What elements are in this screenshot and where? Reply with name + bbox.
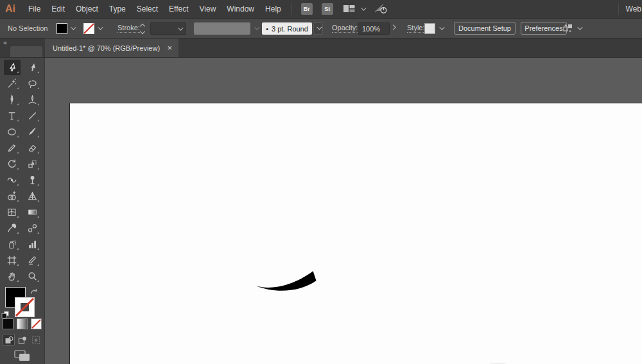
- shaper-pencil-tool[interactable]: [4, 140, 21, 155]
- draw-normal-button[interactable]: [3, 334, 15, 346]
- collapse-tools-icon[interactable]: «: [3, 39, 6, 46]
- stroke-swatch-chevron-icon[interactable]: [98, 24, 103, 30]
- zoom-tool[interactable]: [24, 268, 41, 284]
- gradient-swatch-button[interactable]: [17, 318, 28, 329]
- arrange-documents-icon[interactable]: [343, 4, 356, 14]
- fill-color-swatch[interactable]: [56, 23, 67, 34]
- brush-stroke-shape[interactable]: [256, 271, 317, 290]
- menu-edit[interactable]: Edit: [51, 4, 65, 13]
- opacity-link[interactable]: Opacity:: [332, 24, 358, 33]
- mesh-tool[interactable]: [4, 204, 21, 220]
- brush-dropdown-button[interactable]: [313, 22, 323, 35]
- menu-select[interactable]: Select: [137, 4, 158, 13]
- pen-tool[interactable]: [4, 92, 21, 107]
- opacity-expand-icon[interactable]: [390, 24, 395, 30]
- control-bar: No Selection Stroke: • 3 pt. Round: [0, 19, 642, 39]
- selection-status: No Selection: [8, 24, 48, 32]
- menu-bar: Ai File Edit Object Type Select Effect V…: [0, 0, 642, 19]
- column-graph-tool[interactable]: [24, 236, 41, 252]
- chevron-down-icon[interactable]: [361, 5, 366, 10]
- stroke-color-swatch[interactable]: [83, 23, 94, 34]
- color-swatch-button[interactable]: [3, 318, 13, 329]
- menu-window[interactable]: Window: [227, 4, 254, 13]
- type-tool[interactable]: [4, 108, 21, 123]
- style-link[interactable]: Style:: [407, 24, 425, 33]
- puppet-warp-tool[interactable]: [24, 172, 41, 187]
- eraser-tool[interactable]: [24, 140, 41, 155]
- artboard-tool[interactable]: [4, 252, 21, 268]
- magic-wand-tool[interactable]: [4, 76, 21, 91]
- stroke-weight-chevron-icon[interactable]: [178, 25, 183, 30]
- symbol-sprayer-tool[interactable]: [4, 236, 21, 252]
- preferences-button[interactable]: Preferences: [521, 22, 567, 35]
- line-segment-tool[interactable]: [24, 108, 41, 123]
- tools-panel-header: «: [0, 39, 45, 57]
- workspace-switcher[interactable]: Web: [626, 4, 641, 13]
- menu-type[interactable]: Type: [109, 4, 126, 13]
- brush-preview-dot: •: [266, 25, 268, 33]
- width-tool[interactable]: [4, 172, 21, 187]
- menu-view[interactable]: View: [200, 4, 216, 13]
- paint-mode-row: [3, 318, 42, 329]
- paintbrush-tool[interactable]: [24, 124, 41, 139]
- draw-inside-button: [30, 334, 42, 346]
- curvature-tool[interactable]: [24, 92, 41, 107]
- stock-button[interactable]: St: [322, 3, 333, 15]
- stroke-panel-link[interactable]: Stroke:: [117, 24, 140, 33]
- menu-file[interactable]: File: [28, 4, 40, 13]
- opacity-field[interactable]: 100%: [358, 22, 390, 35]
- perspective-grid-tool[interactable]: [24, 188, 41, 204]
- style-chevron-icon[interactable]: [439, 24, 444, 30]
- blend-tool[interactable]: [24, 220, 41, 236]
- ellipse-tool[interactable]: [4, 124, 21, 139]
- close-tab-icon[interactable]: ×: [167, 44, 172, 52]
- fill-stroke-proxy: [0, 287, 45, 316]
- app-logo: Ai: [5, 3, 15, 15]
- menu-divider-right: [618, 3, 619, 15]
- tools-panel: [0, 58, 45, 364]
- align-pixel-grid-icon[interactable]: [562, 22, 574, 34]
- bridge-button[interactable]: Br: [301, 3, 313, 15]
- pasteboard[interactable]: [45, 58, 642, 364]
- gpu-performance-icon[interactable]: [374, 3, 388, 15]
- illustrator-window: Ai File Edit Object Type Select Effect V…: [0, 0, 642, 364]
- document-setup-button[interactable]: Document Setup: [454, 22, 516, 35]
- stroke-weight-stepper[interactable]: [141, 22, 144, 33]
- slice-tool[interactable]: [24, 252, 41, 268]
- align-chevron-icon[interactable]: [577, 24, 582, 30]
- stroke-weight-field[interactable]: [150, 22, 186, 35]
- hand-tool[interactable]: [4, 268, 21, 284]
- selection-tool[interactable]: [4, 60, 21, 75]
- main-menu: File Edit Object Type Select Effect View…: [28, 4, 281, 13]
- none-swatch-button[interactable]: [31, 318, 42, 329]
- change-screen-mode-icon[interactable]: [14, 350, 31, 364]
- stepper-down-icon[interactable]: [140, 29, 145, 34]
- opacity-value: 100%: [362, 25, 380, 33]
- workspace: [0, 58, 642, 364]
- tools-panel-tab: [10, 46, 42, 57]
- fill-chevron-icon[interactable]: [71, 24, 76, 30]
- menu-object[interactable]: Object: [76, 4, 98, 13]
- rotate-tool[interactable]: [4, 156, 21, 171]
- brush-preset-label: 3 pt. Round: [272, 25, 308, 33]
- stroke-proxy-swatch[interactable]: [15, 297, 35, 320]
- brush-chevron-icon: [317, 24, 322, 29]
- document-tab[interactable]: Untitled-1* @ 70% (RGB/Preview) ×: [45, 39, 178, 57]
- swap-fill-stroke-icon[interactable]: [30, 288, 39, 299]
- brush-definition-dropdown[interactable]: • 3 pt. Round: [262, 22, 312, 35]
- menu-help[interactable]: Help: [265, 4, 281, 13]
- width-profile-dropdown-disabled: [194, 22, 250, 35]
- artboard[interactable]: [69, 103, 642, 364]
- artboard-content: [70, 103, 642, 364]
- direct-selection-tool[interactable]: [24, 60, 41, 75]
- eyedropper-tool[interactable]: [4, 220, 21, 236]
- scale-tool[interactable]: [24, 156, 41, 171]
- draw-behind-button[interactable]: [16, 334, 28, 346]
- gradient-tool[interactable]: [24, 204, 41, 220]
- document-tab-title: Untitled-1* @ 70% (RGB/Preview): [53, 44, 162, 52]
- control-divider: [50, 22, 51, 34]
- shape-builder-tool[interactable]: [4, 188, 21, 204]
- menu-effect[interactable]: Effect: [169, 4, 188, 13]
- lasso-tool[interactable]: [24, 76, 41, 91]
- graphic-style-swatch[interactable]: [424, 23, 435, 34]
